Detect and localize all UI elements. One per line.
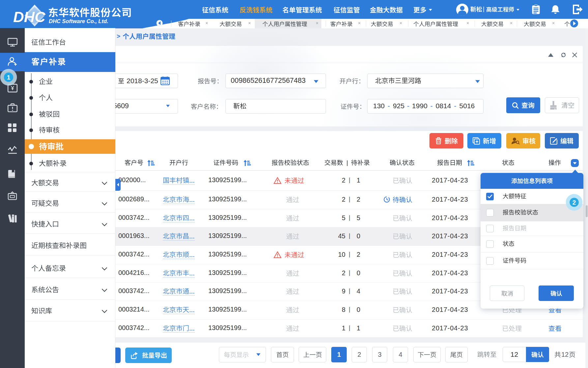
svg-text:1: 1: [7, 74, 11, 81]
svg-text:2: 2: [573, 199, 576, 206]
